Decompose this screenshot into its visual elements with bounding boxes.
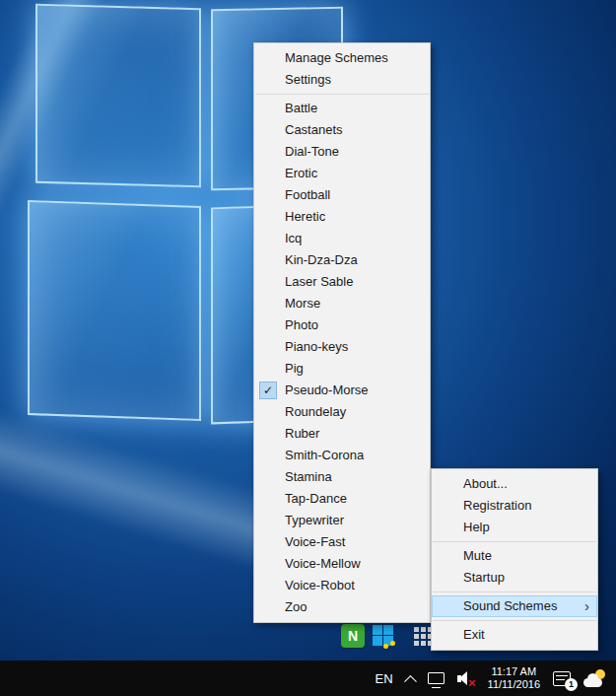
flag-pane	[373, 636, 382, 646]
scheme-item-tap-dance[interactable]: Tap-Dance	[254, 488, 430, 510]
scheme-item-laser-sable[interactable]: Laser Sable	[254, 271, 430, 293]
menu-item-label: Pig	[285, 361, 304, 376]
menu-item-startup[interactable]: Startup	[432, 567, 597, 589]
flag-pane	[383, 625, 393, 635]
menu-item-label: Smith-Corona	[285, 448, 364, 462]
menu-item-label: Football	[285, 187, 330, 202]
menu-item-label: Registration	[463, 498, 531, 513]
tray-context-menu: About... Registration Help Mute Startup …	[431, 468, 598, 651]
scheme-item-smith-corona[interactable]: Smith-Corona	[254, 445, 430, 466]
sparkle-icon	[390, 641, 395, 646]
scheme-item-roundelay[interactable]: Roundelay	[254, 401, 430, 423]
language-indicator[interactable]: EN	[376, 671, 393, 686]
windows-logo-pane	[35, 4, 201, 187]
submenu-arrow-icon: ›	[584, 595, 589, 617]
menu-item-label: Help	[463, 520, 490, 534]
menu-separator	[433, 541, 596, 542]
scheme-item-voice-robot[interactable]: Voice-Robot	[254, 575, 430, 596]
menu-item-mute[interactable]: Mute	[432, 545, 597, 567]
menu-item-label: Dial-Tone	[285, 144, 339, 159]
menu-item-label: Laser Sable	[285, 274, 353, 289]
show-hidden-icons-chevron-icon[interactable]	[404, 674, 417, 687]
scheme-item-pig[interactable]: Pig	[254, 358, 430, 380]
menu-item-label: Startup	[463, 570, 505, 585]
menu-item-sound-schemes[interactable]: Sound Schemes ›	[432, 595, 597, 617]
menu-separator	[433, 620, 596, 621]
menu-item-label: Erotic	[285, 166, 317, 180]
menu-item-label: Voice-Mellow	[285, 556, 361, 571]
taskbar: EN × 11:17 AM 11/11/2016 1	[0, 661, 616, 696]
scheme-item-zoo[interactable]: Zoo	[254, 596, 430, 618]
checkmark-icon: ✓	[259, 382, 277, 399]
menu-item-label: Zoo	[285, 599, 307, 614]
menu-item-label: Heretic	[285, 209, 325, 224]
speaker-cone	[459, 671, 467, 685]
cloud-icon	[583, 678, 602, 687]
menu-item-label: Sound Schemes	[463, 598, 557, 613]
menu-item-label: Photo	[285, 317, 318, 332]
date-text: 11/11/2016	[488, 678, 540, 691]
sparkle-icon	[383, 644, 388, 649]
notification-badge: 1	[565, 678, 578, 691]
scheme-item-stamina[interactable]: Stamina	[254, 466, 430, 488]
menu-item-label: Icq	[285, 231, 302, 245]
menu-item-label: Voice-Fast	[285, 534, 345, 549]
scheme-item-morse[interactable]: Morse	[254, 293, 430, 314]
scheme-item-ruber[interactable]: Ruber	[254, 423, 430, 445]
scheme-item-battle[interactable]: Battle	[254, 98, 430, 119]
menu-separator	[255, 94, 429, 95]
screen: N Manage Schemes Settings Battle Castane…	[0, 0, 616, 696]
scheme-item-dial-tone[interactable]: Dial-Tone	[254, 141, 430, 163]
tray-app-icon[interactable]: N	[341, 624, 365, 648]
menu-item-help[interactable]: Help	[432, 517, 597, 538]
windows-logo-pane	[28, 200, 201, 421]
scheme-item-piano-keys[interactable]: Piano-keys	[254, 336, 430, 358]
scheme-item-castanets[interactable]: Castanets	[254, 119, 430, 141]
flag-pane	[373, 625, 382, 635]
menu-separator	[433, 592, 596, 592]
menu-item-label: Morse	[285, 296, 320, 311]
menu-item-manage-schemes[interactable]: Manage Schemes	[254, 47, 430, 69]
scheme-item-icq[interactable]: Icq	[254, 228, 430, 249]
menu-item-label: Exit	[463, 627, 485, 642]
menu-item-exit[interactable]: Exit	[432, 624, 597, 646]
scheme-item-typewriter[interactable]: Typewriter	[254, 510, 430, 531]
menu-item-label: Typewriter	[285, 513, 344, 527]
menu-item-label: Roundelay	[285, 404, 346, 419]
menu-item-label: Stamina	[285, 469, 332, 484]
scheme-item-heretic[interactable]: Heretic	[254, 206, 430, 228]
sound-schemes-submenu: Manage Schemes Settings Battle Castanets…	[253, 42, 431, 623]
menu-item-label: Tap-Dance	[285, 491, 347, 506]
menu-item-label: Settings	[285, 72, 331, 87]
scheme-item-erotic[interactable]: Erotic	[254, 163, 430, 184]
menu-item-registration[interactable]: Registration	[432, 495, 597, 517]
scheme-item-voice-mellow[interactable]: Voice-Mellow	[254, 553, 430, 575]
windows-flag-icon[interactable]	[373, 625, 394, 647]
menu-item-about[interactable]: About...	[432, 473, 597, 495]
menu-item-label: Castanets	[285, 122, 343, 137]
weather-tray-icon[interactable]	[583, 669, 607, 687]
menu-item-label: Pseudo-Morse	[285, 383, 369, 397]
action-center-button[interactable]: 1	[553, 671, 571, 686]
volume-muted-icon[interactable]: ×	[457, 671, 475, 686]
scheme-item-voice-fast[interactable]: Voice-Fast	[254, 531, 430, 553]
menu-item-label: Manage Schemes	[285, 50, 388, 65]
menu-item-label: About...	[463, 476, 508, 491]
time-text: 11:17 AM	[488, 665, 540, 678]
scheme-item-kin-dza-dza[interactable]: Kin-Dza-Dza	[254, 249, 430, 271]
scheme-item-photo[interactable]: Photo	[254, 314, 430, 336]
scheme-item-pseudo-morse[interactable]: ✓ Pseudo-Morse	[254, 380, 430, 401]
menu-item-label: Kin-Dza-Dza	[285, 252, 358, 267]
taskbar-clock[interactable]: 11:17 AM 11/11/2016	[488, 665, 540, 691]
menu-item-label: Ruber	[285, 426, 319, 441]
menu-item-label: Piano-keys	[285, 339, 348, 354]
menu-item-settings[interactable]: Settings	[254, 69, 430, 91]
tray-overflow-icons: N	[341, 624, 433, 648]
network-icon[interactable]	[428, 672, 445, 684]
menu-item-label: Voice-Robot	[285, 578, 355, 592]
menu-item-label: Mute	[463, 548, 492, 563]
mute-x-icon: ×	[468, 677, 476, 689]
scheme-item-football[interactable]: Football	[254, 184, 430, 206]
menu-item-label: Battle	[285, 101, 317, 115]
